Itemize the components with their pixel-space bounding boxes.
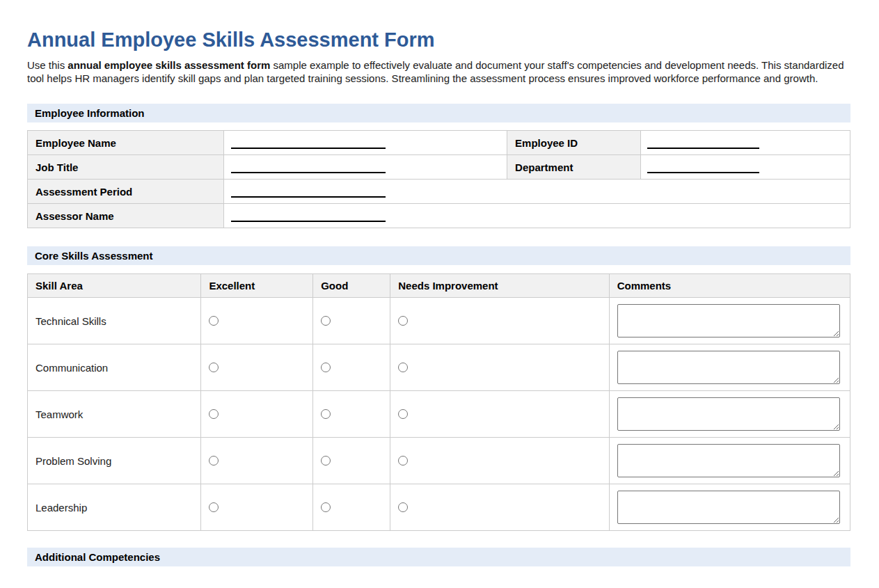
rating-cell — [313, 344, 390, 391]
field-cell-department — [640, 155, 850, 180]
field-label-employee-name: Employee Name — [28, 131, 224, 155]
field-label-assessment-period: Assessment Period — [28, 180, 224, 204]
skill-label: Leadership — [28, 484, 201, 531]
rating-cell — [201, 484, 313, 531]
rating-cell — [390, 298, 609, 344]
radio-teamwork-good[interactable] — [321, 409, 331, 419]
radio-problem-solving-good[interactable] — [321, 456, 331, 466]
employee-id-input[interactable] — [647, 139, 759, 149]
employee-information-table: Employee Name Employee ID Job Title Depa… — [27, 130, 850, 228]
rating-cell — [313, 484, 390, 531]
skill-row-technical-skills: Technical Skills — [28, 298, 850, 344]
column-header-excellent: Excellent — [201, 274, 313, 298]
skill-label: Problem Solving — [28, 438, 201, 484]
core-skills-table: Skill Area Excellent Good Needs Improvem… — [27, 273, 850, 531]
radio-communication-excellent[interactable] — [209, 363, 219, 372]
rating-cell — [201, 298, 313, 344]
intro-text-start: Use this — [27, 59, 68, 71]
field-cell-employee-id — [640, 131, 850, 155]
comments-teamwork-textarea[interactable] — [617, 397, 840, 431]
rating-cell — [201, 344, 313, 391]
comments-cell — [609, 391, 850, 438]
field-cell-assessor-name — [224, 204, 850, 228]
intro-paragraph: Use this annual employee skills assessme… — [27, 59, 850, 85]
radio-technical-skills-needs-improvement[interactable] — [398, 316, 408, 326]
department-input[interactable] — [647, 164, 759, 173]
column-header-skill-area: Skill Area — [28, 274, 201, 298]
section-header-additional-competencies: Additional Competencies — [27, 548, 850, 566]
comments-communication-textarea[interactable] — [617, 351, 840, 384]
field-cell-employee-name — [224, 131, 507, 155]
radio-leadership-needs-improvement[interactable] — [398, 502, 408, 512]
job-title-input[interactable] — [231, 164, 386, 173]
page-title: Annual Employee Skills Assessment Form — [27, 29, 850, 50]
radio-technical-skills-good[interactable] — [321, 316, 331, 326]
column-header-comments: Comments — [609, 274, 850, 298]
comments-problem-solving-textarea[interactable] — [617, 444, 840, 477]
skill-label: Teamwork — [28, 391, 201, 438]
comments-cell — [609, 344, 850, 391]
section-header-core-skills: Core Skills Assessment — [27, 246, 850, 265]
employee-name-input[interactable] — [231, 139, 386, 149]
comments-cell — [609, 484, 850, 531]
skill-label: Communication — [28, 344, 201, 391]
skill-row-problem-solving: Problem Solving — [28, 438, 850, 484]
radio-problem-solving-excellent[interactable] — [209, 456, 219, 466]
skill-row-teamwork: Teamwork — [28, 391, 850, 438]
column-header-good: Good — [313, 274, 390, 298]
table-row: Job Title Department — [28, 155, 850, 180]
rating-cell — [390, 484, 609, 531]
radio-problem-solving-needs-improvement[interactable] — [398, 456, 408, 466]
comments-technical-skills-textarea[interactable] — [617, 304, 840, 337]
radio-communication-needs-improvement[interactable] — [398, 363, 408, 372]
rating-cell — [313, 438, 390, 484]
table-row: Employee Name Employee ID — [28, 131, 850, 155]
radio-teamwork-needs-improvement[interactable] — [398, 409, 408, 419]
skill-label: Technical Skills — [28, 298, 201, 344]
assessment-period-input[interactable] — [231, 188, 386, 198]
section-header-employee-information: Employee Information — [27, 104, 850, 122]
radio-technical-skills-excellent[interactable] — [209, 316, 219, 326]
field-label-job-title: Job Title — [28, 155, 224, 180]
field-cell-assessment-period — [224, 180, 850, 204]
radio-communication-good[interactable] — [321, 363, 331, 372]
comments-leadership-textarea[interactable] — [617, 491, 840, 524]
table-row: Assessment Period — [28, 180, 850, 204]
rating-cell — [390, 438, 609, 484]
skill-row-leadership: Leadership — [28, 484, 850, 531]
form-page: Annual Employee Skills Assessment Form U… — [0, 29, 879, 566]
intro-text-bold: annual employee skills assessment form — [68, 59, 270, 71]
field-cell-job-title — [224, 155, 507, 180]
comments-cell — [609, 298, 850, 344]
rating-cell — [390, 391, 609, 438]
rating-cell — [201, 438, 313, 484]
table-header-row: Skill Area Excellent Good Needs Improvem… — [28, 274, 850, 298]
field-label-employee-id: Employee ID — [507, 131, 640, 155]
rating-cell — [313, 298, 390, 344]
rating-cell — [201, 391, 313, 438]
field-label-department: Department — [507, 155, 640, 180]
assessor-name-input[interactable] — [231, 212, 386, 222]
radio-leadership-good[interactable] — [321, 502, 331, 512]
column-header-needs-improvement: Needs Improvement — [390, 274, 609, 298]
radio-teamwork-excellent[interactable] — [209, 409, 219, 419]
table-row: Assessor Name — [28, 204, 850, 228]
rating-cell — [390, 344, 609, 391]
radio-leadership-excellent[interactable] — [209, 502, 219, 512]
field-label-assessor-name: Assessor Name — [28, 204, 224, 228]
rating-cell — [313, 391, 390, 438]
skill-row-communication: Communication — [28, 344, 850, 391]
comments-cell — [609, 438, 850, 484]
